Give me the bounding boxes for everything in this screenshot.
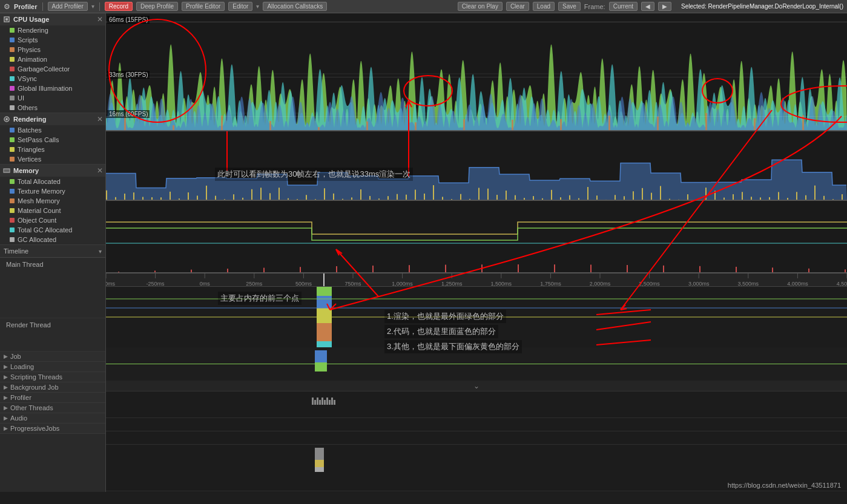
cpu-items-list: Rendering Scripts Physics Animation Garb… (0, 25, 105, 113)
rendering-section-header[interactable]: Rendering ✕ (0, 113, 105, 125)
toolbar-separator2 (99, 2, 100, 11)
texture-mem-item[interactable]: Texture Memory (0, 186, 105, 196)
frame-value-button[interactable]: Current (609, 2, 638, 11)
gi-color (10, 86, 15, 91)
progressive-jobs-label: ProgressiveJobs (10, 425, 59, 432)
total-gc-alloc-item[interactable]: Total GC Allocated (0, 225, 105, 235)
other-threads-row (106, 478, 847, 491)
cpu-section-header[interactable]: CPU Usage ✕ (0, 13, 105, 25)
gc-alloc-color (10, 237, 15, 242)
profile-editor-button[interactable]: Profile Editor (182, 2, 225, 11)
background-job-label: Background Job (10, 384, 59, 391)
mesh-mem-color (10, 198, 15, 203)
vsync-color (10, 76, 15, 81)
animation-color (10, 57, 15, 62)
job-group[interactable]: ▶ Job (0, 352, 105, 362)
total-alloc-item[interactable]: Total Allocated (0, 177, 105, 186)
total-alloc-color (10, 179, 15, 184)
cpu-rendering-item[interactable]: Rendering (0, 25, 105, 35)
load-button[interactable]: Load (533, 2, 555, 11)
other-threads-label: Other Threads (10, 404, 53, 411)
gc-label: GarbageCollector (18, 65, 70, 73)
loading-label: Loading (10, 363, 34, 370)
save-button[interactable]: Save (558, 2, 581, 11)
object-count-item[interactable]: Object Count (0, 215, 105, 225)
triangles-item[interactable]: Triangles (0, 145, 105, 154)
record-button[interactable]: Record (105, 2, 133, 11)
triangles-label: Triangles (18, 146, 45, 153)
clear-button[interactable]: Clear (506, 2, 529, 11)
next-frame-button[interactable]: ▶ (658, 2, 671, 11)
memory-section-header[interactable]: Memory ✕ (0, 165, 105, 177)
animation-label: Animation (18, 56, 47, 63)
timeline-header[interactable]: Timeline ▾ (0, 245, 105, 258)
setpass-item[interactable]: SetPass Calls (0, 135, 105, 145)
render-thread-sidebar[interactable]: Render Thread (0, 318, 105, 352)
cpu-gc-item[interactable]: GarbageCollector (0, 64, 105, 74)
other-threads-arrow-icon: ▶ (4, 405, 8, 411)
rendering-close-button[interactable]: ✕ (97, 116, 103, 123)
cpu-scripts-item[interactable]: Scripts (0, 35, 105, 45)
vertices-color (10, 157, 15, 162)
mesh-mem-label: Mesh Memory (18, 197, 60, 205)
material-count-label: Material Count (18, 207, 61, 214)
batches-label: Batches (18, 126, 42, 134)
vertices-item[interactable]: Vertices (0, 154, 105, 164)
cpu-title: CPU Usage (13, 16, 49, 23)
scripting-threads-group[interactable]: ▶ Scripting Threads (0, 372, 105, 382)
cpu-others-item[interactable]: Others (0, 103, 105, 113)
deep-profile-button[interactable]: Deep Profile (136, 2, 178, 11)
vertices-label: Vertices (18, 155, 41, 163)
gc-color (10, 67, 15, 71)
audio-group[interactable]: ▶ Audio (0, 413, 105, 424)
progressive-jobs-group[interactable]: ▶ ProgressiveJobs (0, 424, 105, 434)
profiler-group[interactable]: ▶ Profiler (0, 393, 105, 403)
prev-frame-button[interactable]: ◀ (641, 2, 654, 11)
main-thread-row (106, 287, 847, 347)
selected-text: Selected: RenderPipelineManager.DoRender… (681, 3, 843, 10)
mesh-mem-item[interactable]: Mesh Memory (0, 196, 105, 206)
fps-66-label: 66ms (15FPS) (107, 16, 150, 24)
expand-row[interactable]: ⌄ (106, 381, 847, 391)
scripting-threads-label: Scripting Threads (10, 373, 62, 381)
rendering-items-list: Batches SetPass Calls Triangles Vertices (0, 125, 105, 164)
svg-rect-4 (4, 169, 10, 172)
expand-icon: ⌄ (473, 382, 480, 390)
batches-color (10, 128, 15, 133)
main-layout: CPU Usage ✕ Rendering Scripts Physics (0, 13, 847, 492)
batches-item[interactable]: Batches (0, 125, 105, 135)
memory-close-button[interactable]: ✕ (97, 167, 103, 174)
audio-row (106, 491, 847, 492)
timeline-arrow-icon: ▾ (99, 248, 102, 255)
cpu-ui-item[interactable]: UI (0, 93, 105, 103)
material-count-item[interactable]: Material Count (0, 206, 105, 215)
cpu-vsync-item[interactable]: VSync (0, 74, 105, 83)
total-gc-alloc-color (10, 227, 15, 232)
progressive-jobs-arrow-icon: ▶ (4, 425, 8, 431)
cpu-physics-item[interactable]: Physics (0, 45, 105, 54)
cpu-animation-item[interactable]: Animation (0, 54, 105, 64)
add-profiler-button[interactable]: Add Profiler (48, 2, 88, 11)
cpu-close-button[interactable]: ✕ (97, 16, 103, 23)
loading-group[interactable]: ▶ Loading (0, 362, 105, 372)
other-threads-group[interactable]: ▶ Other Threads (0, 403, 105, 413)
material-count-color (10, 208, 15, 213)
timeline-panel: ⌄ (106, 273, 847, 492)
thread-rows-container[interactable]: ⌄ (106, 287, 847, 492)
background-job-group[interactable]: ▶ Background Job (0, 382, 105, 393)
physics-label: Physics (18, 46, 41, 53)
allocation-callstacks-button[interactable]: Allocation Callstacks (263, 2, 327, 11)
clear-on-play-button[interactable]: Clear on Play (458, 2, 503, 11)
main-thread-sidebar[interactable]: Main Thread (0, 258, 105, 318)
memory-chart-panel (106, 201, 847, 273)
left-sidebar: CPU Usage ✕ Rendering Scripts Physics (0, 13, 106, 492)
memory-icon (2, 166, 11, 175)
editor-button[interactable]: Editor (228, 2, 252, 11)
ui-label: UI (18, 94, 24, 102)
grid-line-2 (106, 77, 847, 77)
grid-line-3 (106, 116, 847, 117)
job-arrow-icon: ▶ (4, 353, 8, 359)
gc-alloc-item[interactable]: GC Allocated (0, 235, 105, 244)
cpu-chart-panel: 66ms (15FPS) 33ms (30FPS) 16ms (60FPS) (106, 13, 847, 131)
cpu-gi-item[interactable]: Global Illumination (0, 83, 105, 93)
